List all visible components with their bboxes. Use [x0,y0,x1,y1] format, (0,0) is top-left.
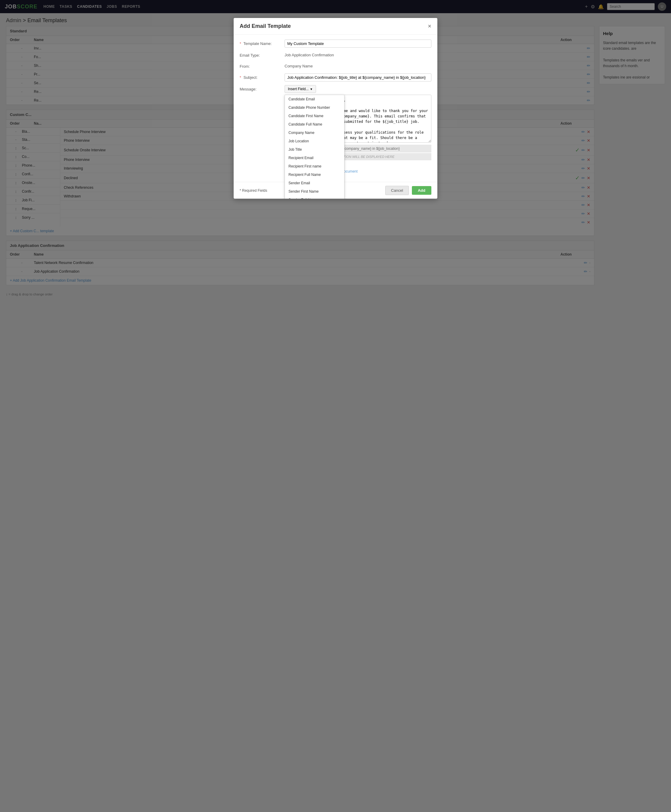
message-row: Message: Insert Field... ▼ Candidate Ema… [240,85,431,174]
add-button[interactable]: Add [412,186,431,195]
dropdown-arrow-icon: ▼ [310,87,313,91]
required-note: * Required Fields [240,188,267,193]
add-email-template-modal: Add Email Template × * Template Name: Em… [233,18,438,199]
email-type-value: Job Application Confirmation [284,51,431,59]
dropdown-item-recipient-first[interactable]: Recipient First name [285,162,344,171]
dropdown-scroll: Candidate Email Candidate Phone Number C… [285,95,344,199]
from-label: From: [240,62,284,68]
dropdown-item-candidate-email[interactable]: Candidate Email [285,95,344,103]
dropdown-item-recipient-full[interactable]: Recipient Full Name [285,171,344,179]
insert-field-container: Insert Field... ▼ Candidate Email Candid… [284,85,316,95]
template-name-input[interactable] [284,39,431,48]
modal-body: * Template Name: Email Type: Job Applica… [233,35,438,182]
dropdown-item-sender-first[interactable]: Sender First Name [285,187,344,196]
insert-field-label: Insert Field... [288,87,308,91]
email-type-row: Email Type: Job Application Confirmation [240,51,431,59]
subject-input[interactable] [284,73,431,82]
dropdown-item-sender-full[interactable]: Sender Full Name [285,196,344,199]
message-label: Message: [240,85,284,91]
modal-overlay: Add Email Template × * Template Name: Em… [0,0,671,304]
dropdown-item-job-location[interactable]: Job Location [285,137,344,145]
subject-label: * Subject: [240,73,284,80]
template-name-label: * Template Name: [240,39,284,46]
subject-row: * Subject: [240,73,431,82]
dropdown-item-candidate-full[interactable]: Candidate Full Name [285,120,344,128]
dropdown-item-sender-email[interactable]: Sender Email [285,179,344,187]
dropdown-item-recipient-email[interactable]: Recipient Email [285,154,344,162]
dropdown-item-candidate-first[interactable]: Candidate First Name [285,112,344,120]
template-name-row: * Template Name: [240,39,431,48]
required-star: * [240,41,241,46]
modal-header: Add Email Template × [233,18,438,35]
modal-close-button[interactable]: × [428,23,431,30]
message-area: Insert Field... ▼ Candidate Email Candid… [284,85,431,174]
from-row: From: Company Name [240,62,431,70]
email-type-label: Email Type: [240,51,284,58]
dropdown-item-company-name[interactable]: Company Name [285,128,344,137]
insert-field-dropdown: Candidate Email Candidate Phone Number C… [284,95,344,199]
dropdown-item-job-title[interactable]: Job Title [285,145,344,154]
modal-title: Add Email Template [240,23,291,29]
dropdown-item-candidate-phone[interactable]: Candidate Phone Number [285,103,344,112]
cancel-button[interactable]: Cancel [385,186,409,195]
insert-field-button[interactable]: Insert Field... ▼ [284,85,316,93]
required-star: * [240,75,241,80]
from-value: Company Name [284,62,431,70]
